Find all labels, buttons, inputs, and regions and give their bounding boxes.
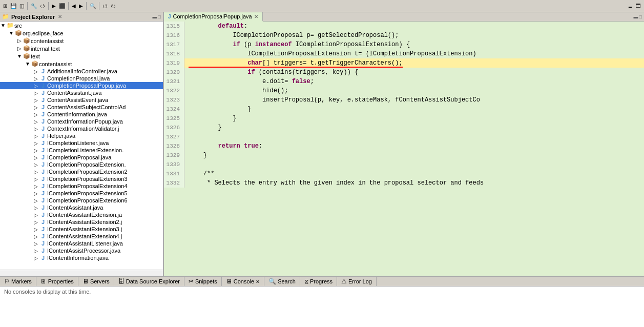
toolbar-btn-3[interactable]: ◫: [18, 3, 25, 9]
tree-expand-icon[interactable]: ▷: [33, 169, 39, 175]
tree-item-f21[interactable]: ▷JIContentAssistantExtension.ja: [0, 211, 163, 218]
tree-item-f13[interactable]: ▷JICompletionProposal.java: [0, 154, 163, 161]
bottom-tab-data-source-explorer[interactable]: 🗄Data Source Explorer: [114, 277, 184, 286]
tree-item-f3[interactable]: ▷JCompletionProposalPopup.java: [0, 82, 163, 89]
tree-expand-icon[interactable]: ▼: [25, 61, 31, 67]
explorer-close-button[interactable]: ✕: [57, 14, 63, 19]
toolbar-btn-undo[interactable]: ⭯: [101, 3, 109, 9]
explorer-maximize-button[interactable]: □: [158, 14, 161, 19]
tree-item-f2[interactable]: ▷JCompletionProposal.java: [0, 75, 163, 82]
toolbar-btn-back[interactable]: ◀: [71, 3, 77, 9]
tree-expand-icon[interactable]: ▷: [33, 227, 39, 232]
tree-expand-icon[interactable]: ▷: [33, 234, 39, 239]
tree-expand-icon[interactable]: ▷: [33, 183, 39, 189]
toolbar-btn-4[interactable]: 🔧: [30, 3, 38, 9]
tree-item-f16[interactable]: ▷JICompletionProposalExtension3: [0, 175, 163, 182]
tree-expand-icon[interactable]: ▼: [0, 23, 6, 28]
tree-expand-icon[interactable]: ▷: [33, 97, 39, 103]
bottom-tab-error-log[interactable]: ⚠Error Log: [337, 277, 377, 286]
bottom-tab-snippets[interactable]: ✂Snippets: [184, 277, 222, 286]
tree-item-src[interactable]: ▼📁src: [0, 22, 163, 29]
tree-item-internal[interactable]: ▷📦internal.text: [0, 45, 163, 52]
tree-item-f19[interactable]: ▷JICompletionProposalExtension6: [0, 197, 163, 204]
tree-item-text[interactable]: ▼📦text: [0, 52, 163, 60]
tree-expand-icon[interactable]: ▷: [33, 212, 39, 218]
tree-expand-icon[interactable]: ▷: [33, 76, 39, 81]
editor-tab-close-button[interactable]: ✕: [254, 14, 258, 19]
tree-expand-icon[interactable]: ▷: [33, 133, 39, 139]
tree-expand-icon[interactable]: ▷: [33, 112, 39, 117]
explorer-minimize-button[interactable]: ▬: [153, 14, 157, 19]
tree-expand-icon[interactable]: ▷: [33, 119, 39, 125]
toolbar-btn-run[interactable]: ▶: [51, 3, 57, 9]
line-content-1321: e.doit= false;: [184, 77, 314, 86]
toolbar-btn-stop[interactable]: ⬛: [58, 3, 66, 9]
tree-expand-icon[interactable]: ▷: [33, 241, 39, 247]
toolbar-btn-fwd[interactable]: ▶: [78, 3, 84, 9]
toolbar-btn-2[interactable]: 💾: [9, 3, 17, 9]
tree-item-f9[interactable]: ▷JContextInformationValidator.j: [0, 125, 163, 132]
tree-expand-icon[interactable]: ▷: [33, 83, 39, 89]
tree-item-f18[interactable]: ▷JICompletionProposalExtension5: [0, 190, 163, 197]
tree-expand-icon[interactable]: ▷: [33, 126, 39, 132]
toolbar-btn-search[interactable]: 🔍: [89, 3, 97, 9]
tree-item-f22[interactable]: ▷JIContentAssistantExtension2.j: [0, 218, 163, 226]
tree-item-f10[interactable]: ▷JHelper.java: [0, 132, 163, 139]
tree-expand-icon[interactable]: ▷: [33, 105, 39, 110]
tree-expand-icon[interactable]: ▷: [33, 155, 39, 160]
bottom-tab-search[interactable]: 🔍Search: [264, 277, 300, 286]
tree-expand-icon[interactable]: ▷: [16, 46, 23, 51]
tree-item-f23[interactable]: ▷JIContentAssistantExtension3.j: [0, 226, 163, 233]
tree-item-ca[interactable]: ▼📦contentassist: [0, 60, 163, 68]
toolbar-btn-5[interactable]: ⭯: [39, 3, 46, 9]
tree-item-f6[interactable]: ▷JContentAssistSubjectControlAd: [0, 104, 163, 111]
tree-item-f7[interactable]: ▷JContentInformation.java: [0, 111, 163, 118]
explorer-horizontal-scrollbar[interactable]: [0, 270, 163, 276]
tree-expand-icon[interactable]: ▷: [33, 248, 39, 254]
tree-expand-icon[interactable]: ▷: [33, 148, 39, 153]
bottom-tab-markers[interactable]: ⚐Markers: [0, 277, 36, 286]
tree-expand-icon[interactable]: ▷: [33, 198, 39, 203]
toolbar-btn-redo[interactable]: ⭮: [110, 3, 117, 9]
tree-item-org[interactable]: ▼📦org.eclipse.jface: [0, 29, 163, 37]
tree-expand-icon[interactable]: ▷: [33, 69, 39, 74]
tree-expand-icon[interactable]: ▷: [33, 255, 39, 261]
tree-item-f20[interactable]: ▷JIContentAssistant.java: [0, 204, 163, 211]
bottom-tab-servers[interactable]: 🖥Servers: [78, 277, 114, 286]
tree-expand-icon[interactable]: ▷: [16, 38, 23, 44]
bottom-tab-close-button[interactable]: ✕: [256, 279, 260, 284]
tree-expand-icon[interactable]: ▷: [33, 90, 39, 96]
tree-item-f25[interactable]: ▷JIContentAssistantListener.java: [0, 240, 163, 247]
tree-item-f4[interactable]: ▷JContentAssistant.java: [0, 89, 163, 96]
tree-item-f17[interactable]: ▷JICompletionProposalExtension4: [0, 182, 163, 190]
bottom-tab-progress[interactable]: ⧖Progress: [300, 277, 337, 286]
tree-expand-icon[interactable]: ▷: [33, 191, 39, 196]
bottom-tab-console[interactable]: 🖥Console✕: [222, 277, 264, 286]
tree-expand-icon[interactable]: ▷: [33, 162, 39, 168]
tree-item-f24[interactable]: ▷JIContentAssistantExtension4.j: [0, 233, 163, 240]
toolbar-btn-1[interactable]: ⊞: [2, 3, 8, 9]
editor-tab-active[interactable]: J CompletionProposalPopup.java ✕: [164, 12, 263, 22]
java-file-icon: J: [39, 197, 47, 203]
tree-expand-icon[interactable]: ▼: [8, 30, 14, 36]
tree-item-f26[interactable]: ▷JIContentAssistProcessor.java: [0, 247, 163, 254]
tree-expand-icon[interactable]: ▷: [33, 219, 39, 225]
tree-item-contentassist1[interactable]: ▷📦contentassist: [0, 37, 163, 45]
tree-expand-icon[interactable]: ▷: [33, 205, 39, 211]
editor-minimize-button[interactable]: ▬: [634, 14, 638, 19]
tree-expand-icon[interactable]: ▷: [33, 140, 39, 146]
toolbar-btn-min[interactable]: 🗕: [627, 3, 634, 9]
tree-item-f15[interactable]: ▷JICompletionProposalExtension2: [0, 168, 163, 175]
tree-item-f11[interactable]: ▷JICompletionListener.java: [0, 139, 163, 147]
tree-expand-icon[interactable]: ▷: [33, 176, 39, 182]
tree-item-f1[interactable]: ▷JAdditionalInfoController.java: [0, 68, 163, 75]
tree-item-f14[interactable]: ▷JICompletionProposalExtension.: [0, 161, 163, 168]
tree-item-f27[interactable]: ▷JIContentInformation.java: [0, 254, 163, 261]
editor-maximize-button[interactable]: □: [639, 14, 642, 19]
tree-item-f8[interactable]: ▷JContextInformationPopup.java: [0, 118, 163, 125]
tree-item-f5[interactable]: ▷JContentAssistEvent.java: [0, 96, 163, 104]
tree-item-f12[interactable]: ▷JICompletionListenerExtension.: [0, 147, 163, 154]
bottom-tab-properties[interactable]: 🗎Properties: [36, 277, 78, 286]
toolbar-btn-max[interactable]: 🗖: [635, 3, 642, 9]
tree-expand-icon[interactable]: ▼: [16, 53, 23, 59]
